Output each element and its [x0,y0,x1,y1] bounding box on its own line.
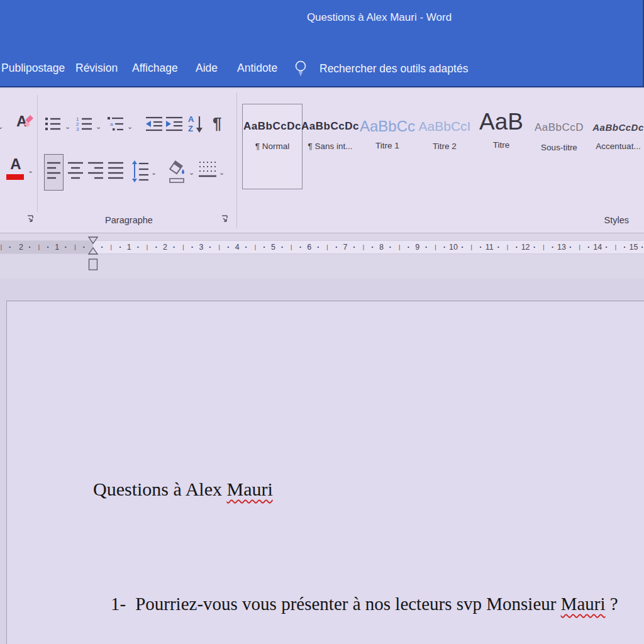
style-preview: AaBbCc [358,118,416,135]
ruler-tick: · [335,241,338,253]
ruler-tick: · [299,241,302,253]
ruler-tick: · [245,241,247,253]
heading-text: Questions à Alex [93,479,226,499]
style-sous-titre[interactable]: AaBbCcD Sous-titre [530,121,588,152]
font-color-button[interactable]: A [8,157,24,172]
increase-indent-button[interactable] [165,115,184,135]
ruler-tick: · [65,241,67,253]
ruler-number: 12 [521,241,530,253]
tell-me-search[interactable]: Rechercher des outils adaptés [319,62,468,75]
ruler-tick: · [191,241,194,253]
ruler-number: 14 [593,241,602,253]
style-sans-interligne[interactable]: AaBbCcDc ¶ Sans int... [301,120,359,151]
paragraph-dialog-launcher-icon[interactable] [221,214,230,223]
chevron-down-icon[interactable]: ⌄ [127,123,133,130]
show-formatting-marks-button[interactable]: ¶ [213,114,221,133]
borders-button[interactable] [198,160,217,184]
style-normal[interactable]: AaBbCcDc ¶ Normal [243,120,301,151]
ruler-tick: · [497,241,499,253]
ruler-tick: · [317,241,319,253]
group-separator [37,95,38,211]
chevron-down-icon[interactable]: ⌄ [96,123,101,130]
style-accentuation[interactable]: AaBbCcDc Accentuat... [589,122,644,151]
ruler-tick: | [435,241,436,253]
style-preview: AaBbCcD [530,121,588,134]
style-label: Titre 1 [358,141,416,150]
style-preview: AaBbCcDc [301,120,359,133]
indent-markers[interactable] [87,236,99,274]
clear-formatting-button[interactable]: A [14,111,34,134]
chevron-down-icon[interactable]: ⌄ [0,123,3,130]
word-window: Questions à Alex Mauri - Word Publiposta… [0,0,644,644]
tab-affichage[interactable]: Affichage [132,62,178,75]
ruler-tick: · [155,241,157,253]
svg-text:A: A [16,113,27,130]
bullet-list-button[interactable] [44,115,62,135]
ruler-number: 4 [235,241,240,253]
ruler-tick: · [552,241,554,253]
ruler-tick: | [1,241,2,253]
style-label: Titre [472,140,530,150]
chevron-down-icon[interactable]: ⌄ [219,169,225,175]
ruler-tick: · [209,241,211,253]
ruler-tick: | [182,241,184,253]
font-dialog-launcher-icon[interactable] [26,214,35,223]
align-left-button[interactable] [44,154,64,191]
ruler-tick: · [443,241,446,253]
ribbon: ⌄ A A ⌄ ⌄ 1 2 3 ⌄ [0,89,644,233]
svg-text:3: 3 [76,126,79,132]
shading-button[interactable] [167,159,187,187]
ruler-tick: · [425,241,428,253]
ruler-tick: · [47,241,49,253]
chevron-down-icon[interactable]: ⌄ [28,167,33,174]
ruler-tick: · [515,241,518,253]
style-titre[interactable]: AaB Titre [472,113,530,150]
tab-aide[interactable]: Aide [196,62,218,75]
style-preview: AaBbCcI [416,119,474,134]
sort-button[interactable]: A Z [187,114,206,136]
lightbulb-icon[interactable] [294,59,307,80]
tab-revision[interactable]: Révision [75,62,118,75]
decrease-indent-button[interactable] [145,115,164,135]
tab-antidote[interactable]: Antidote [237,62,277,75]
justify-button[interactable] [108,161,124,186]
tab-publipostage[interactable]: Publipostage [1,62,65,75]
group-separator [236,92,237,228]
question-misspelled-word: Mauri [561,594,606,614]
ruler-tick: | [147,241,148,253]
document-heading[interactable]: Questions à Alex Mauri [93,479,273,500]
ruler-number: 8 [379,241,384,253]
ruler-tick: · [641,241,643,253]
style-preview: AaBbCcDc [589,122,644,133]
ruler-tick: · [623,241,626,253]
ruler-number: 11 [486,241,494,253]
line-spacing-button[interactable] [130,160,149,186]
ruler-tick: | [38,241,40,253]
chevron-down-icon[interactable]: ⌄ [189,169,194,175]
align-right-button[interactable] [87,161,104,186]
ruler-tick: · [101,241,103,253]
style-titre-1[interactable]: AaBbCc Titre 1 [358,118,416,150]
numbered-list-button[interactable]: 1 2 3 [75,115,93,135]
ruler-tick: · [479,241,482,253]
font-color-swatch[interactable] [6,174,24,180]
chevron-down-icon[interactable]: ⌄ [151,169,157,175]
style-titre-2[interactable]: AaBbCcI Titre 2 [416,119,474,151]
multilevel-list-button[interactable]: a [107,115,125,135]
ruler-tick: · [371,241,374,253]
question-1-line[interactable]: 1-Pourriez-vous vous présenter à nos lec… [111,594,618,614]
document-page[interactable] [6,301,644,644]
align-center-button[interactable] [67,161,84,186]
svg-text:Z: Z [188,124,193,133]
style-label: ¶ Normal [243,142,301,151]
ruler-tick: · [605,241,608,253]
ruler-tick: · [28,241,31,253]
ruler-tick: | [507,241,508,253]
ruler-zone: |·2·|·1·|··|·1·|·2·|·3·|·4·|·5·|·6·|·7·|… [0,233,644,279]
ruler-tick: | [579,241,580,253]
ruler-number: 10 [449,241,458,253]
ruler-tick: | [471,241,472,253]
chevron-down-icon[interactable]: ⌄ [65,123,70,130]
window-title: Questions à Alex Mauri - Word [307,11,452,24]
ruler-tick: · [281,241,284,253]
